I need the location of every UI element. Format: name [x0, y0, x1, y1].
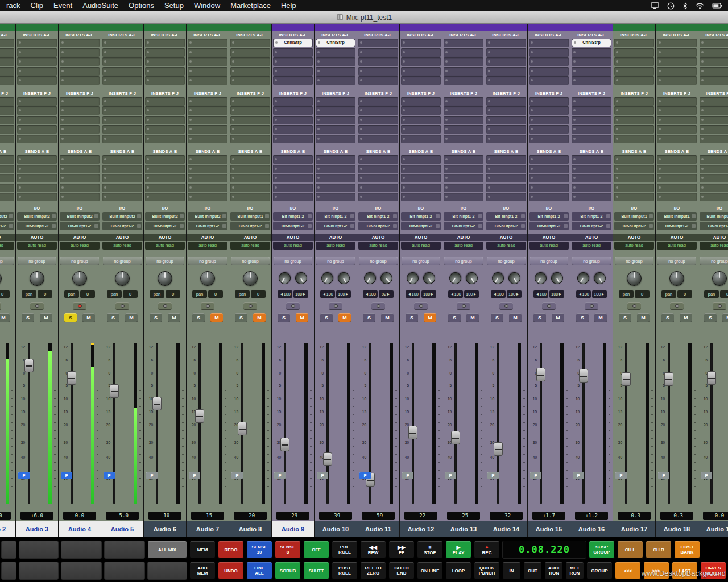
track-name[interactable]: Audio 5: [101, 521, 143, 537]
insert-ae-slot[interactable]: [316, 48, 355, 57]
insert-ae-slot[interactable]: [0, 76, 14, 85]
menu-item-audiosuite[interactable]: AudioSuite: [77, 0, 123, 11]
insert-ae-slot[interactable]: [145, 76, 185, 85]
send-ae-slot[interactable]: [529, 174, 569, 182]
send-ae-slot[interactable]: [230, 165, 270, 173]
send-ae-slot[interactable]: [316, 174, 355, 182]
record-enable-button[interactable]: [73, 302, 86, 310]
insert-ae-slot[interactable]: [614, 48, 654, 57]
output-path-button[interactable]: Blt-nOtpt1-2: [572, 222, 611, 230]
insert-fj-slot[interactable]: [316, 106, 355, 115]
volume-readout[interactable]: +1.2: [575, 512, 608, 520]
insert-ae-slot[interactable]: [230, 67, 270, 76]
pan-value[interactable]: 0: [677, 290, 692, 298]
insert-chip[interactable]: ChnlStrp: [274, 39, 312, 47]
input-path-button[interactable]: Built-inInput1: [614, 212, 654, 221]
send-ae-slot[interactable]: [657, 184, 697, 192]
automation-mode-button[interactable]: auto read: [444, 242, 483, 250]
mute-button[interactable]: M: [722, 313, 728, 322]
solo-button[interactable]: S: [448, 313, 461, 322]
output-path-button[interactable]: Blt-nOtpt1-2: [17, 222, 57, 230]
insert-ae-slot[interactable]: [316, 67, 355, 76]
insert-ae-slot[interactable]: [188, 67, 228, 76]
send-ae-slot[interactable]: [529, 184, 569, 192]
fader-group-button[interactable]: F: [402, 472, 413, 479]
record-enable-button[interactable]: [115, 302, 129, 310]
pan-knob[interactable]: [72, 271, 87, 286]
insert-fj-slot[interactable]: [529, 97, 569, 106]
insert-fj-slot[interactable]: [529, 116, 569, 124]
insert-ae-slot[interactable]: [188, 48, 228, 57]
output-path-button[interactable]: Blt-nOtpt1-2: [230, 222, 270, 230]
mute-button[interactable]: M: [338, 313, 351, 322]
insert-fj-slot[interactable]: [60, 97, 100, 106]
insert-fj-slot[interactable]: [486, 125, 526, 134]
solo-button[interactable]: S: [64, 313, 77, 322]
insert-ae-slot[interactable]: [17, 57, 57, 66]
fader-track[interactable]: [668, 343, 670, 504]
volume-readout[interactable]: +12.0: [0, 512, 11, 520]
send-ae-slot[interactable]: [358, 184, 398, 192]
send-ae-slot[interactable]: [273, 165, 313, 173]
fader-cap[interactable]: [24, 359, 34, 372]
insert-chip[interactable]: ChnlStrp: [572, 39, 611, 47]
insert-fj-slot[interactable]: [444, 125, 483, 134]
insert-ae-slot[interactable]: [17, 39, 57, 47]
automation-mode-button[interactable]: auto read: [145, 242, 185, 250]
insert-fj-slot[interactable]: [273, 106, 313, 115]
insert-ae-slot[interactable]: [230, 48, 270, 57]
insert-fj-slot[interactable]: [657, 135, 697, 143]
track-name[interactable]: Audio 4: [59, 521, 101, 537]
record-enable-button[interactable]: [371, 302, 385, 310]
output-path-button[interactable]: Blt-nOtpt1-2: [486, 222, 526, 230]
insert-ae-slot[interactable]: [17, 67, 57, 76]
menu-item-options[interactable]: Options: [123, 0, 159, 11]
send-ae-slot[interactable]: [614, 193, 654, 201]
send-ae-slot[interactable]: [572, 155, 611, 164]
send-ae-slot[interactable]: [529, 165, 569, 173]
insert-fj-slot[interactable]: [401, 135, 441, 143]
record-enable-button[interactable]: [414, 302, 428, 310]
send-ae-slot[interactable]: [188, 174, 228, 182]
send-ae-slot[interactable]: [17, 193, 57, 201]
pan-knob[interactable]: [0, 271, 2, 286]
insert-ae-slot[interactable]: [529, 76, 569, 85]
insert-fj-slot[interactable]: [572, 135, 611, 143]
send-ae-slot[interactable]: [401, 155, 441, 164]
fader-cap[interactable]: [707, 371, 716, 385]
send-ae-slot[interactable]: [188, 165, 228, 173]
fader-cap[interactable]: [622, 372, 631, 386]
send-ae-slot[interactable]: [614, 184, 654, 192]
pan-knob[interactable]: [712, 271, 727, 286]
insert-fj-slot[interactable]: [273, 116, 313, 124]
group-button[interactable]: no group: [0, 257, 14, 265]
insert-fj-slot[interactable]: [572, 116, 611, 124]
input-path-button[interactable]: Built-inInput2: [102, 212, 142, 221]
insert-ae-slot[interactable]: [60, 57, 100, 66]
track-name[interactable]: Audio 19: [698, 521, 728, 537]
volume-readout[interactable]: -25: [447, 512, 480, 520]
send-ae-slot[interactable]: [230, 193, 270, 201]
insert-ae-slot[interactable]: [657, 76, 697, 85]
insert-fj-slot[interactable]: [188, 106, 228, 115]
insert-ae-slot[interactable]: [273, 76, 313, 85]
insert-fj-slot[interactable]: [17, 116, 57, 124]
send-ae-slot[interactable]: [657, 165, 697, 173]
volume-readout[interactable]: +6.0: [20, 512, 53, 520]
insert-fj-slot[interactable]: [316, 116, 355, 124]
console-button-ch-l[interactable]: CH L: [617, 541, 643, 559]
insert-ae-slot[interactable]: [401, 48, 441, 57]
send-ae-slot[interactable]: [700, 193, 728, 201]
fader-group-button[interactable]: F: [104, 472, 115, 479]
insert-fj-slot[interactable]: [444, 106, 483, 115]
send-ae-slot[interactable]: [614, 165, 654, 173]
solo-button[interactable]: S: [235, 313, 247, 322]
send-ae-slot[interactable]: [273, 193, 313, 201]
pan-value[interactable]: 0: [38, 290, 52, 298]
fader-track[interactable]: [326, 343, 329, 504]
console-button-out[interactable]: OUT: [523, 562, 542, 580]
pan-knob-left[interactable]: [532, 270, 549, 286]
insert-fj-slot[interactable]: [102, 135, 142, 143]
pan-knob-left[interactable]: [319, 270, 336, 286]
insert-fj-slot[interactable]: [401, 125, 441, 134]
